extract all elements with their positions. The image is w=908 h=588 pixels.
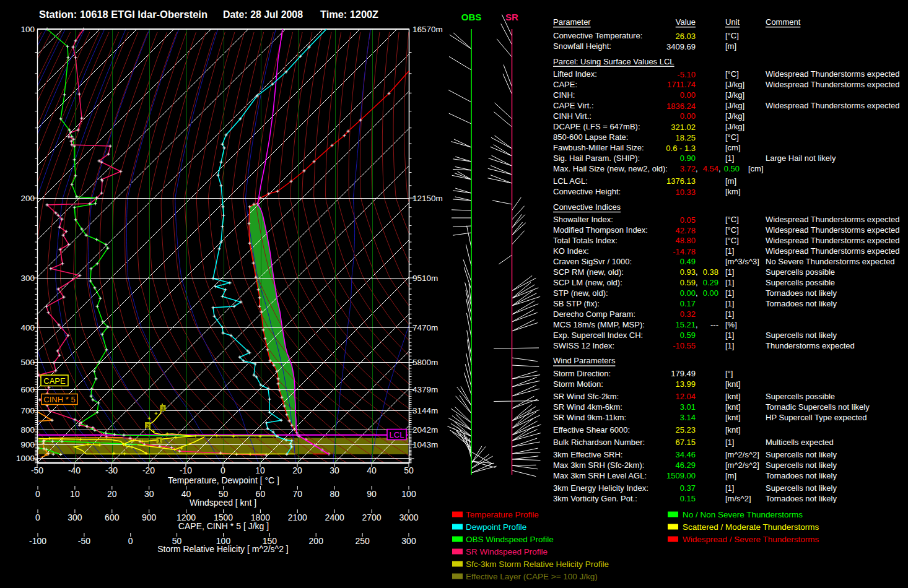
svg-text:[J/kg]: [J/kg] xyxy=(725,90,744,100)
svg-text:,: , xyxy=(718,164,721,173)
svg-text:SR Wind 4km-6km:: SR Wind 4km-6km: xyxy=(553,402,622,412)
svg-text:Unit: Unit xyxy=(725,17,740,27)
svg-text:Modified Thompson Index:: Modified Thompson Index: xyxy=(553,225,648,235)
svg-text:Tornadic Supercells not likely: Tornadic Supercells not likely xyxy=(766,402,870,412)
svg-text:0: 0 xyxy=(35,512,40,522)
svg-text:[°C]: [°C] xyxy=(725,132,739,142)
svg-text:70: 70 xyxy=(293,489,303,499)
svg-text:2100: 2100 xyxy=(288,512,307,522)
svg-text:0: 0 xyxy=(35,489,40,499)
svg-text:300: 300 xyxy=(401,536,416,546)
svg-text:0.15: 0.15 xyxy=(680,494,696,503)
svg-text:[1]: [1] xyxy=(725,299,734,308)
svg-text:2400: 2400 xyxy=(325,512,344,522)
svg-text:26.03: 26.03 xyxy=(675,31,696,40)
svg-text:[m^2/s^2]: [m^2/s^2] xyxy=(725,450,759,459)
svg-text:KO Index:: KO Index: xyxy=(553,246,589,256)
svg-text:Widespread Thunderstorms expec: Widespread Thunderstorms expected xyxy=(766,236,900,245)
svg-text:[m/s^2]: [m/s^2] xyxy=(725,494,751,503)
svg-text:46.29: 46.29 xyxy=(675,460,696,470)
svg-text:Max 3km SRH (Sfc-2km):: Max 3km SRH (Sfc-2km): xyxy=(553,460,644,470)
svg-text:Large Hail not likely: Large Hail not likely xyxy=(766,153,836,163)
svg-text:30: 30 xyxy=(330,465,339,475)
svg-text:DCAPE (LFS = 647mB):: DCAPE (LFS = 647mB): xyxy=(553,122,640,131)
svg-text:4379m: 4379m xyxy=(413,385,438,394)
svg-text:Convective Temperature:: Convective Temperature: xyxy=(553,31,642,40)
svg-text:15.21: 15.21 xyxy=(675,320,696,329)
svg-text:-20: -20 xyxy=(142,465,155,475)
svg-text:48.80: 48.80 xyxy=(675,236,696,245)
svg-text:,: , xyxy=(696,267,698,277)
svg-text:0.29: 0.29 xyxy=(703,278,718,287)
svg-text:[knt]: [knt] xyxy=(725,392,741,401)
svg-text:0.00: 0.00 xyxy=(680,288,696,298)
svg-text:0.90: 0.90 xyxy=(680,153,696,163)
svg-text:[cm]: [cm] xyxy=(725,143,741,152)
svg-text:OBS Windspeed Profile: OBS Windspeed Profile xyxy=(466,535,554,544)
svg-text:0: 0 xyxy=(220,465,225,475)
svg-text:Craven SigSvr / 1000:: Craven SigSvr / 1000: xyxy=(553,257,632,266)
svg-text:-50: -50 xyxy=(31,465,43,475)
svg-text:CINH:: CINH: xyxy=(553,90,575,100)
svg-text:CINH * 5: CINH * 5 xyxy=(43,395,75,404)
svg-text:SR Windspeed Profile: SR Windspeed Profile xyxy=(466,547,548,556)
svg-text:Widespread Thunderstorms expec: Widespread Thunderstorms expected xyxy=(766,225,900,235)
svg-text:MCS 18m/s (MMP, MSP):: MCS 18m/s (MMP, MSP): xyxy=(553,320,645,329)
svg-text:[m]: [m] xyxy=(725,471,736,480)
svg-text:No / Non Severe Thunderstorms: No / Non Severe Thunderstorms xyxy=(683,510,803,519)
svg-text:1711.74: 1711.74 xyxy=(667,80,696,89)
svg-text:[km]: [km] xyxy=(725,187,741,196)
svg-text:Tornadoes not likely: Tornadoes not likely xyxy=(766,471,837,480)
svg-text:Showalter Index:: Showalter Index: xyxy=(553,215,613,224)
svg-text:1043m: 1043m xyxy=(413,440,438,449)
svg-text:300: 300 xyxy=(68,512,82,522)
svg-text:Lifted Index:: Lifted Index: xyxy=(553,69,597,79)
svg-text:[m]: [m] xyxy=(725,41,736,51)
svg-text:Multicells expected: Multicells expected xyxy=(766,438,834,447)
svg-text:100: 100 xyxy=(401,489,416,499)
svg-text:[J/kg]: [J/kg] xyxy=(725,111,744,121)
svg-text:---: --- xyxy=(710,320,718,329)
svg-text:[1]: [1] xyxy=(725,341,734,350)
svg-text:Total Totals Index:: Total Totals Index: xyxy=(553,236,618,245)
svg-text:Widespread Thunderstorms expec: Widespread Thunderstorms expected xyxy=(766,69,900,79)
svg-text:SB STP (fix):: SB STP (fix): xyxy=(553,299,600,308)
svg-text:3.14: 3.14 xyxy=(680,413,696,422)
svg-text:80: 80 xyxy=(330,489,339,499)
svg-text:Supercells not likely: Supercells not likely xyxy=(766,450,837,459)
svg-text:900: 900 xyxy=(142,512,157,522)
svg-text:Scattered / Moderate Thunderst: Scattered / Moderate Thunderstorms xyxy=(683,522,819,532)
svg-text:10.33: 10.33 xyxy=(675,187,696,196)
svg-text:LCL: LCL xyxy=(390,430,404,439)
svg-text:Effective Shear 6000:: Effective Shear 6000: xyxy=(553,425,630,435)
svg-text:Supercells not likely: Supercells not likely xyxy=(766,331,837,340)
svg-text:10: 10 xyxy=(70,489,80,499)
svg-text:1: 1 xyxy=(157,438,160,444)
svg-text:[J/kg]: [J/kg] xyxy=(725,80,744,89)
svg-text:0.38: 0.38 xyxy=(703,267,718,277)
svg-text:0.05: 0.05 xyxy=(680,215,696,224)
svg-text:,: , xyxy=(696,164,698,173)
svg-text:Time: 1200Z: Time: 1200Z xyxy=(320,9,378,20)
svg-text:0.93: 0.93 xyxy=(680,267,696,277)
svg-text:[J/kg]: [J/kg] xyxy=(725,122,744,131)
svg-text:400: 400 xyxy=(20,323,35,332)
svg-text:200: 200 xyxy=(309,536,324,546)
svg-text:300: 300 xyxy=(20,274,35,283)
svg-text:900: 900 xyxy=(20,440,35,449)
svg-text:-10: -10 xyxy=(180,465,192,475)
svg-text:Snowfall Height:: Snowfall Height: xyxy=(553,41,611,51)
svg-text:321.02: 321.02 xyxy=(671,122,696,131)
svg-text:No Severe Thunderstorms expect: No Severe Thunderstorms expected xyxy=(766,257,895,266)
svg-text:[m^2/s^2]: [m^2/s^2] xyxy=(725,460,759,470)
svg-text:12.04: 12.04 xyxy=(675,392,696,401)
svg-text:50: 50 xyxy=(404,465,414,475)
svg-text:3km Energy Helicity Index:: 3km Energy Helicity Index: xyxy=(553,483,648,493)
svg-text:Storm Relative Helicity [ m^2/: Storm Relative Helicity [ m^2/s^2 ] xyxy=(157,544,289,554)
svg-text:Date: 28 Jul 2008: Date: 28 Jul 2008 xyxy=(223,9,303,20)
svg-text:[knt]: [knt] xyxy=(725,413,741,422)
svg-text:Max 3km SRH Level AGL:: Max 3km SRH Level AGL: xyxy=(553,471,647,480)
svg-text:34.46: 34.46 xyxy=(675,450,696,459)
svg-text:[1]: [1] xyxy=(725,331,734,340)
svg-text:Windspeed [ knt ]: Windspeed [ knt ] xyxy=(190,498,256,508)
